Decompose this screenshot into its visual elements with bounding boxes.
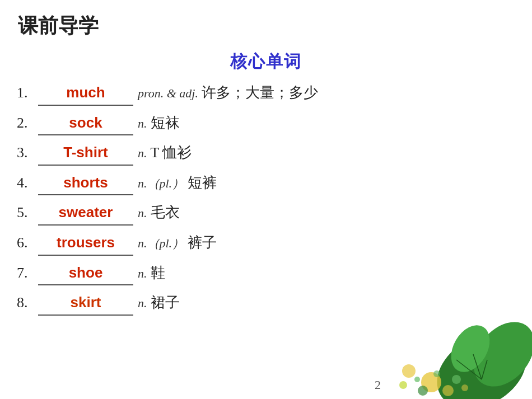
vocab-word-container: shoe: [38, 261, 133, 286]
vocab-item: 1.muchpron. & adj.许多；大量；多少: [17, 81, 515, 106]
vocab-pos: n.: [138, 293, 147, 313]
vocab-number: 4.: [17, 171, 38, 195]
vocab-word-container: trousers: [38, 231, 133, 256]
vocab-word-container: much: [38, 81, 133, 106]
vocab-number: 8.: [17, 291, 38, 314]
vocab-item: 6.trousersn.（pl.）裤子: [17, 231, 515, 256]
svg-point-7: [402, 364, 416, 378]
leaf-decoration: [375, 287, 532, 399]
vocab-meaning: T 恤衫: [151, 141, 192, 165]
vocab-word: much: [66, 81, 105, 105]
vocab-word: sweater: [59, 201, 113, 224]
vocab-item: 4.shortsn.（pl.）短裤: [17, 171, 515, 196]
vocab-pos: pron. & adj.: [138, 83, 198, 103]
vocab-pos: n.（pl.）: [138, 233, 184, 253]
vocab-word-container: skirt: [38, 291, 133, 316]
vocab-number: 2.: [17, 111, 38, 135]
section-title: 核心单词: [0, 50, 532, 73]
vocab-word-container: T-shirt: [38, 141, 133, 166]
page-title: 课前导学: [18, 12, 99, 40]
svg-point-8: [442, 385, 454, 396]
svg-point-11: [433, 370, 440, 377]
vocab-meaning: 裙子: [151, 291, 180, 314]
vocab-word: skirt: [71, 291, 101, 314]
vocab-number: 6.: [17, 231, 38, 255]
vocab-word: sock: [69, 111, 102, 135]
vocab-number: 7.: [17, 261, 38, 285]
vocab-number: 5.: [17, 201, 38, 224]
svg-point-9: [452, 375, 461, 384]
vocab-meaning: 短袜: [151, 111, 180, 135]
vocab-item: 3.T-shirtn.T 恤衫: [17, 141, 515, 166]
svg-point-12: [399, 381, 407, 389]
svg-point-10: [418, 386, 428, 396]
vocab-word: shorts: [63, 171, 108, 195]
vocab-word-container: sock: [38, 111, 133, 136]
vocab-pos: n.: [138, 143, 147, 163]
svg-point-13: [414, 377, 420, 382]
vocab-item: 2.sockn.短袜: [17, 111, 515, 136]
vocab-meaning: 裤子: [188, 231, 217, 255]
vocab-word-container: sweater: [38, 201, 133, 226]
page-number: 2: [375, 378, 381, 392]
vocab-item: 5.sweatern.毛衣: [17, 201, 515, 226]
vocab-item: 7.shoen.鞋: [17, 261, 515, 286]
vocab-pos: n.: [138, 203, 147, 223]
vocab-word: T-shirt: [63, 141, 108, 165]
vocab-number: 1.: [17, 81, 38, 105]
vocab-meaning: 许多；大量；多少: [202, 81, 318, 105]
vocab-list: 1.muchpron. & adj.许多；大量；多少2.sockn.短袜3.T-…: [17, 81, 515, 321]
vocab-meaning: 短裤: [188, 171, 217, 195]
vocab-word-container: shorts: [38, 171, 133, 196]
vocab-meaning: 鞋: [151, 261, 165, 285]
vocab-word: shoe: [69, 261, 103, 285]
vocab-pos: n.: [138, 264, 147, 283]
vocab-meaning: 毛衣: [151, 201, 180, 224]
vocab-number: 3.: [17, 141, 38, 165]
vocab-pos: n.（pl.）: [138, 173, 184, 193]
svg-point-14: [461, 384, 468, 391]
vocab-pos: n.: [138, 114, 147, 133]
vocab-word: trousers: [57, 231, 115, 255]
